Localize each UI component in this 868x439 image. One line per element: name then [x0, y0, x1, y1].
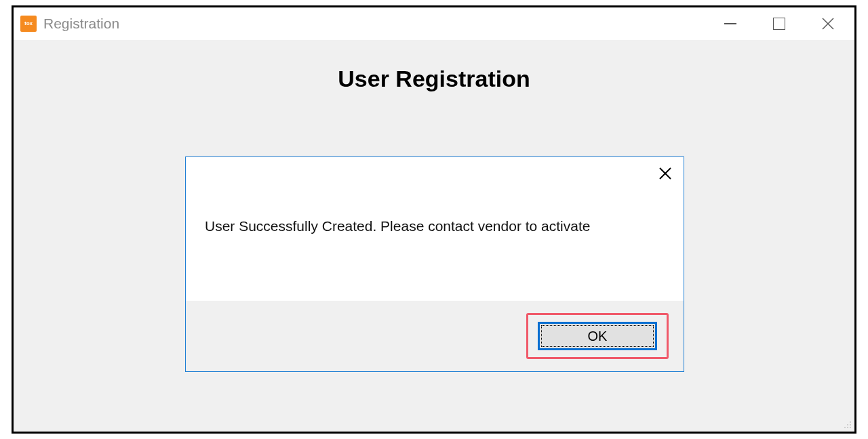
- dialog-footer: OK: [186, 301, 684, 371]
- close-icon[interactable]: [821, 16, 835, 31]
- app-icon-text: fox: [24, 21, 33, 26]
- ok-button[interactable]: OK: [538, 322, 657, 350]
- svg-point-9: [850, 427, 851, 428]
- page-title: User Registration: [14, 66, 854, 92]
- registration-window: fox Registration User Registration: [12, 5, 856, 434]
- svg-point-7: [844, 427, 846, 428]
- svg-point-5: [847, 424, 848, 425]
- dialog-close-icon[interactable]: [656, 165, 674, 182]
- dialog-body: User Successfully Created. Please contac…: [186, 190, 684, 301]
- client-area: User Registration User Successfully Crea…: [14, 40, 854, 432]
- svg-point-6: [850, 424, 851, 425]
- app-icon: fox: [20, 16, 37, 32]
- message-dialog: User Successfully Created. Please contac…: [185, 156, 684, 372]
- maximize-icon[interactable]: [772, 16, 787, 31]
- dialog-titlebar: [186, 157, 684, 190]
- resize-grip-icon[interactable]: [842, 419, 852, 429]
- window-controls: [723, 16, 848, 31]
- titlebar: fox Registration: [14, 7, 854, 40]
- svg-point-8: [847, 427, 848, 428]
- dialog-message: User Successfully Created. Please contac…: [205, 217, 665, 235]
- minimize-icon[interactable]: [723, 16, 738, 31]
- svg-point-4: [850, 421, 851, 423]
- window-title: Registration: [43, 16, 723, 32]
- ok-highlight: OK: [526, 313, 669, 359]
